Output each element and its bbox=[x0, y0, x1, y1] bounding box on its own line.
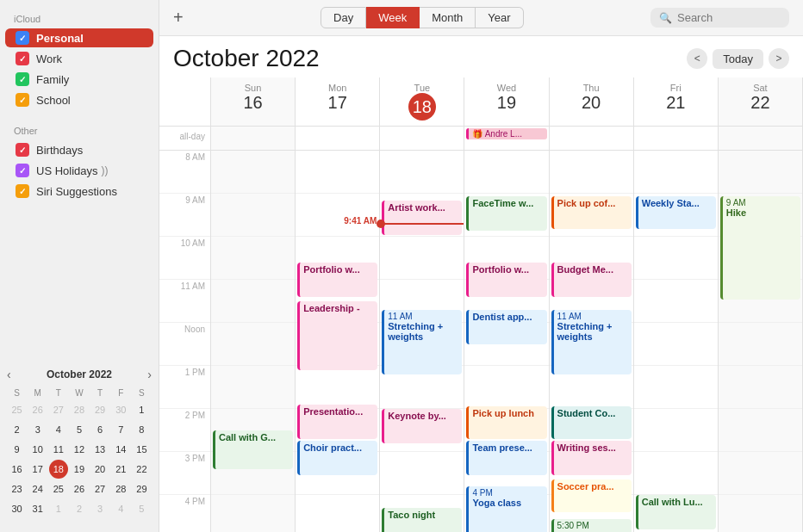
mini-cal-day[interactable]: 17 bbox=[28, 460, 47, 479]
view-year-btn[interactable]: Year bbox=[476, 7, 523, 28]
event-dropoff[interactable]: 5:30 PM Drop off Grandma... bbox=[551, 519, 632, 532]
sidebar-item-personal[interactable]: ✓ Personal bbox=[5, 28, 153, 47]
mini-cal-day[interactable]: 22 bbox=[132, 460, 151, 479]
event-yoga[interactable]: 4 PM Yoga class bbox=[466, 486, 546, 532]
mini-cal-day[interactable]: 21 bbox=[111, 460, 130, 479]
mini-cal-day[interactable]: 29 bbox=[132, 479, 151, 498]
mini-cal-day[interactable]: 5 bbox=[70, 420, 89, 439]
mini-cal-day[interactable]: 4 bbox=[49, 420, 68, 439]
event-call-lu[interactable]: Call with Lu... bbox=[636, 495, 716, 529]
sidebar-item-siri[interactable]: ✓ Siri Suggestions bbox=[5, 182, 153, 201]
view-month-btn[interactable]: Month bbox=[420, 7, 476, 28]
view-day-btn[interactable]: Day bbox=[321, 7, 366, 28]
next-week-btn[interactable]: > bbox=[769, 48, 789, 69]
school-label: School bbox=[36, 94, 71, 107]
event-artist-work[interactable]: Artist work... bbox=[382, 201, 462, 235]
mini-cal-day[interactable]: 2 bbox=[70, 499, 89, 518]
mini-cal-day[interactable]: 26 bbox=[28, 400, 47, 419]
mini-cal-day[interactable]: 4 bbox=[111, 499, 130, 518]
mini-next-btn[interactable]: › bbox=[147, 368, 152, 381]
prev-week-btn[interactable]: < bbox=[687, 48, 707, 69]
event-soccer[interactable]: Soccer pra... bbox=[551, 479, 632, 512]
mini-cal-day[interactable]: 12 bbox=[70, 440, 89, 459]
allday-tue bbox=[380, 127, 464, 150]
school-checkbox: ✓ bbox=[16, 93, 29, 107]
mini-cal-day[interactable]: 9 bbox=[8, 440, 27, 459]
event-stretching-tue[interactable]: 11 AM Stretching + weights bbox=[382, 310, 462, 374]
mini-cal-day[interactable]: 14 bbox=[111, 440, 130, 459]
mini-cal-day[interactable]: 19 bbox=[70, 460, 89, 479]
mini-cal-day[interactable]: 31 bbox=[28, 499, 47, 518]
event-call-with-g[interactable]: Call with G... bbox=[213, 430, 293, 469]
week-container: Sun 16 Mon 17 Tue 18 Wed 19 Thu 20 Fri 2… bbox=[159, 77, 803, 532]
day-header-sat: Sat 22 bbox=[719, 77, 803, 126]
event-dentist[interactable]: Dentist app... bbox=[466, 310, 546, 344]
allday-wed: 🎁 Andre L... bbox=[464, 127, 549, 150]
mini-cal-day[interactable]: 26 bbox=[70, 479, 89, 498]
time-slot-1pm: 1 PM bbox=[159, 366, 210, 409]
mini-cal-day[interactable]: 6 bbox=[90, 420, 109, 439]
mini-cal-day[interactable]: 28 bbox=[111, 479, 130, 498]
event-facetime[interactable]: FaceTime w... bbox=[466, 196, 546, 231]
event-keynote[interactable]: Keynote by... bbox=[382, 409, 462, 443]
search-input[interactable] bbox=[677, 11, 781, 24]
mini-cal-day[interactable]: 2 bbox=[8, 420, 27, 439]
event-hike[interactable]: 9 AM Hike bbox=[720, 196, 800, 300]
today-button[interactable]: Today bbox=[713, 49, 763, 69]
sidebar-item-school[interactable]: ✓ School bbox=[5, 90, 153, 109]
mini-cal-day[interactable]: 7 bbox=[111, 420, 130, 439]
mini-cal-day[interactable]: 1 bbox=[132, 400, 151, 419]
mini-cal-day[interactable]: 18 bbox=[49, 460, 68, 479]
sidebar-item-work[interactable]: ✓ Work bbox=[5, 49, 153, 68]
mini-cal-day[interactable]: 16 bbox=[8, 460, 27, 479]
mini-cal-day[interactable]: 27 bbox=[49, 400, 68, 419]
event-presentatio[interactable]: Presentatio... bbox=[297, 405, 377, 439]
mini-cal-day[interactable]: 10 bbox=[28, 440, 47, 459]
allday-sun bbox=[211, 127, 296, 150]
mini-cal-day[interactable]: 27 bbox=[90, 479, 109, 498]
sidebar-item-usholidays[interactable]: ✓ US Holidays )) bbox=[5, 161, 153, 180]
allday-event-andre[interactable]: 🎁 Andre L... bbox=[466, 128, 546, 139]
mini-cal-day[interactable]: 1 bbox=[49, 499, 68, 518]
event-portfolio-wed[interactable]: Portfolio w... bbox=[466, 263, 546, 297]
mini-cal-day[interactable]: 20 bbox=[90, 460, 109, 479]
mini-cal-header: ‹ October 2022 › bbox=[7, 368, 152, 381]
event-pickup-cof[interactable]: Pick up cof... bbox=[551, 196, 632, 229]
usholidays-label: US Holidays bbox=[36, 164, 98, 177]
mini-cal-day[interactable]: 25 bbox=[49, 479, 68, 498]
day-header-wed: Wed 19 bbox=[464, 77, 549, 126]
mini-cal-day[interactable]: 25 bbox=[8, 400, 27, 419]
mini-cal-day[interactable]: 5 bbox=[132, 499, 151, 518]
event-student-co[interactable]: Student Co... bbox=[551, 406, 632, 439]
event-writing[interactable]: Writing ses... bbox=[551, 441, 632, 475]
mini-cal-day[interactable]: 24 bbox=[28, 479, 47, 498]
event-team-prese[interactable]: Team prese... bbox=[466, 441, 546, 475]
sidebar-item-family[interactable]: ✓ Family bbox=[5, 70, 153, 89]
mini-cal-day[interactable]: 29 bbox=[90, 400, 109, 419]
mini-prev-btn[interactable]: ‹ bbox=[7, 368, 11, 381]
mini-cal-day[interactable]: 11 bbox=[49, 440, 68, 459]
mini-cal-day[interactable]: 3 bbox=[28, 420, 47, 439]
sidebar-item-birthdays[interactable]: ✓ Birthdays bbox=[5, 140, 153, 159]
event-weekly-sta[interactable]: Weekly Sta... bbox=[636, 196, 716, 229]
add-event-button[interactable]: + bbox=[173, 8, 184, 28]
mini-cal-day[interactable]: 30 bbox=[111, 400, 130, 419]
mini-cal-day[interactable]: 15 bbox=[132, 440, 151, 459]
mini-cal-day[interactable]: 3 bbox=[90, 499, 109, 518]
event-stretching-thu[interactable]: 11 AM Stretching + weights bbox=[551, 310, 632, 374]
mini-cal-day-header: T bbox=[48, 387, 68, 399]
event-budget[interactable]: Budget Me... bbox=[551, 263, 632, 297]
event-pickup-lunch[interactable]: Pick up lunch bbox=[466, 406, 546, 439]
mini-cal-day[interactable]: 23 bbox=[8, 479, 27, 498]
mini-cal-day[interactable]: 28 bbox=[70, 400, 89, 419]
mini-cal-day[interactable]: 30 bbox=[8, 499, 27, 518]
event-choir[interactable]: Choir pract... bbox=[297, 441, 377, 475]
event-leadership[interactable]: Leadership - bbox=[297, 301, 377, 370]
mini-cal-day-header: S bbox=[7, 387, 27, 399]
event-taco[interactable]: Taco night bbox=[382, 508, 462, 532]
mini-cal-day[interactable]: 8 bbox=[132, 420, 151, 439]
event-portfolio-mon[interactable]: Portfolio w... bbox=[297, 263, 377, 297]
personal-checkbox: ✓ bbox=[16, 31, 29, 45]
view-week-btn[interactable]: Week bbox=[366, 7, 420, 28]
mini-cal-day[interactable]: 13 bbox=[90, 440, 109, 459]
